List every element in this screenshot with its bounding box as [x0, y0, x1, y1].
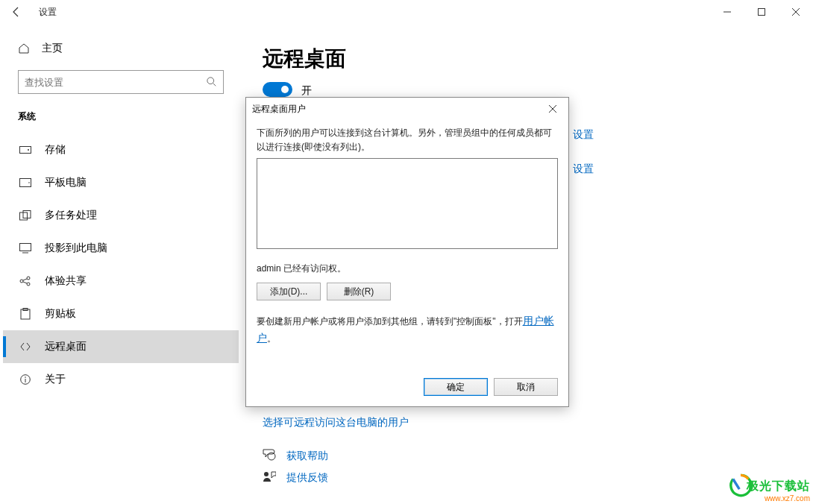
search-icon — [207, 77, 217, 87]
sidebar-item-label: 投影到此电脑 — [45, 242, 107, 255]
sidebar-item-label: 平板电脑 — [45, 176, 87, 189]
create-prefix: 要创建新用户帐户或将用户添加到其他组，请转到"控制面板"，打开 — [257, 316, 523, 327]
sidebar-item-projecting[interactable]: 投影到此电脑 — [3, 232, 239, 265]
sidebar-home[interactable]: 主页 — [3, 34, 239, 63]
dialog-title: 远程桌面用户 — [252, 103, 306, 116]
svg-point-1 — [207, 78, 214, 84]
shared-icon — [19, 276, 31, 286]
maximize-icon — [758, 8, 765, 16]
remote-users-dialog: 远程桌面用户 下面所列的用户可以连接到这台计算机。另外，管理员组中的任何成员都可… — [245, 97, 569, 407]
tablet-icon — [19, 178, 31, 187]
svg-rect-8 — [20, 244, 31, 251]
arrow-left-icon — [10, 6, 22, 18]
sidebar-item-storage[interactable]: 存储 — [3, 133, 239, 166]
select-users-link[interactable]: 选择可远程访问这台电脑的用户 — [263, 416, 409, 429]
back-button[interactable] — [0, 0, 33, 24]
toggle-state-label: 开 — [301, 84, 312, 98]
svg-point-17 — [264, 472, 269, 476]
sidebar-item-shared[interactable]: 体验共享 — [3, 265, 239, 297]
about-icon — [19, 374, 31, 385]
sidebar-item-label: 体验共享 — [45, 274, 87, 288]
sidebar-item-tablet[interactable]: 平板电脑 — [3, 166, 239, 199]
sidebar-item-label: 多任务处理 — [45, 209, 97, 222]
sidebar: 主页 系统 存储 平板电脑 多任务处理 投影到此电脑 体验共享 — [0, 24, 239, 504]
close-icon — [549, 105, 556, 113]
enable-toggle[interactable] — [263, 82, 292, 97]
dialog-close-button[interactable] — [542, 98, 564, 119]
dialog-description: 下面所列的用户可以连接到这台计算机。另外，管理员组中的任何成员都可以进行连接(即… — [257, 126, 558, 154]
svg-point-10 — [27, 277, 30, 280]
sidebar-item-label: 存储 — [45, 143, 66, 157]
access-info: admin 已经有访问权。 — [257, 262, 558, 275]
page-title: 远程桌面 — [263, 45, 783, 73]
svg-point-11 — [27, 283, 30, 286]
feedback-link[interactable]: 提供反馈 — [286, 471, 328, 485]
create-suffix: 。 — [267, 333, 276, 344]
get-help-link[interactable]: 获取帮助 — [286, 450, 328, 463]
minimize-icon — [723, 8, 731, 16]
settings-link-2[interactable]: 设置 — [573, 163, 594, 176]
window-title: 设置 — [33, 6, 57, 19]
svg-rect-0 — [759, 9, 765, 16]
settings-link-1[interactable]: 设置 — [573, 128, 594, 142]
sidebar-item-label: 关于 — [45, 373, 66, 386]
add-button[interactable]: 添加(D)... — [257, 283, 321, 300]
watermark: 极光下载站 www.xz7.com — [747, 479, 810, 503]
ok-button[interactable]: 确定 — [424, 378, 488, 396]
home-icon — [18, 42, 30, 54]
remove-button[interactable]: 删除(R) — [327, 283, 391, 300]
multitask-icon — [19, 210, 31, 221]
help-icon — [263, 449, 276, 463]
svg-point-5 — [28, 182, 30, 183]
create-account-text: 要创建新用户帐户或将用户添加到其他组，请转到"控制面板"，打开用户帐户。 — [257, 312, 558, 346]
watermark-title: 极光下载站 — [747, 479, 810, 494]
close-icon — [792, 8, 800, 16]
sidebar-item-label: 剪贴板 — [45, 307, 76, 321]
remote-desktop-icon — [19, 341, 31, 352]
search-input-wrap[interactable] — [18, 70, 224, 94]
feedback-row[interactable]: 提供反馈 — [263, 470, 783, 485]
sidebar-item-remote-desktop[interactable]: 远程桌面 — [3, 330, 239, 363]
sidebar-home-label: 主页 — [42, 42, 63, 55]
sidebar-item-label: 远程桌面 — [45, 340, 87, 353]
get-help-row[interactable]: 获取帮助 — [263, 449, 783, 463]
svg-rect-2 — [20, 147, 31, 154]
projecting-icon — [19, 243, 31, 253]
close-button[interactable] — [779, 0, 813, 24]
svg-point-15 — [25, 377, 26, 378]
svg-point-3 — [28, 149, 29, 151]
search-input[interactable] — [25, 77, 207, 88]
clipboard-icon — [19, 308, 31, 320]
minimize-button[interactable] — [710, 0, 744, 24]
sidebar-section-title: 系统 — [3, 110, 239, 133]
sidebar-item-about[interactable]: 关于 — [3, 363, 239, 396]
cancel-button[interactable]: 取消 — [494, 378, 558, 396]
maximize-button[interactable] — [744, 0, 779, 24]
feedback-icon — [263, 470, 276, 485]
storage-icon — [19, 146, 31, 154]
svg-point-9 — [20, 280, 23, 283]
watermark-url: www.xz7.com — [747, 494, 810, 503]
sidebar-item-multitask[interactable]: 多任务处理 — [3, 199, 239, 232]
user-listbox[interactable] — [257, 158, 558, 249]
sidebar-item-clipboard[interactable]: 剪贴板 — [3, 297, 239, 330]
